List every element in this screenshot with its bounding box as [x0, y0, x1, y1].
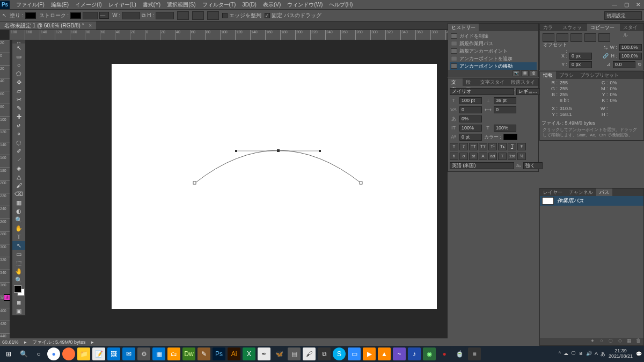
stroke-style-dropdown[interactable]: —	[99, 12, 109, 19]
height-input[interactable]	[156, 12, 174, 19]
width-input[interactable]	[122, 12, 140, 19]
menu-I[interactable]: イメージ(I)	[72, 2, 105, 8]
path-item[interactable]: 作業用パス	[540, 196, 643, 206]
flip-h-icon[interactable]: ⇋	[604, 45, 608, 50]
history-snapshot-icon[interactable]: 📷	[513, 70, 520, 76]
tool-7[interactable]: ✎	[12, 104, 25, 112]
taskbar-app-20[interactable]: 🖌	[303, 347, 316, 360]
taskbar-app-14[interactable]: Ps	[213, 347, 225, 360]
taskbar-app-4[interactable]	[62, 347, 75, 360]
history-item[interactable]: 新規アンカーポイント	[450, 47, 537, 55]
canvas[interactable]	[112, 64, 437, 309]
char-tab-3[interactable]: 段落スタイル	[508, 78, 538, 86]
menu-T[interactable]: フィルター(T)	[199, 2, 239, 8]
info-tab-2[interactable]: ブラシプリセット	[577, 71, 622, 79]
delete-path-icon[interactable]: 🗑	[634, 338, 642, 344]
superscript-button[interactable]: T¹	[488, 143, 497, 150]
vscale-input[interactable]	[459, 125, 482, 132]
tool-11[interactable]: ◌	[12, 138, 25, 147]
kerning-input[interactable]	[459, 106, 482, 113]
tool-13[interactable]: ⟋	[12, 155, 25, 164]
taskbar-app-7[interactable]: 🖼	[107, 347, 120, 360]
taskbar-app-10[interactable]: ▦	[152, 347, 165, 360]
fill-swatch[interactable]	[25, 12, 36, 19]
tool-25[interactable]: ⬚	[12, 258, 25, 267]
tool-23[interactable]: ↖	[12, 241, 25, 250]
foreground-color[interactable]	[14, 285, 21, 293]
tray-icon-5[interactable]: A	[595, 351, 598, 358]
tool-12[interactable]: ✐	[12, 147, 25, 155]
tray-icon-4[interactable]: 🔊	[586, 351, 592, 358]
strike-button[interactable]: Ŧ	[517, 143, 526, 150]
transform-h-input[interactable]	[619, 53, 642, 60]
menu-W[interactable]: ウィンドウ(W)	[284, 2, 326, 8]
right-tab-2[interactable]: コピーソース	[587, 24, 619, 31]
taskbar-app-2[interactable]: ○	[32, 347, 45, 360]
history-delete-icon[interactable]: 🗑	[530, 70, 537, 76]
menu-Y[interactable]: 書式(Y)	[140, 2, 164, 8]
stroke-path-icon[interactable]: ○	[598, 338, 605, 344]
clone-source-4[interactable]	[584, 33, 596, 42]
language-dropdown[interactable]	[450, 162, 514, 169]
close-button[interactable]: ✕	[632, 1, 644, 9]
taskbar-app-31[interactable]: ■	[468, 347, 481, 360]
taskbar-app-0[interactable]: ⊞	[2, 347, 15, 360]
taskbar-app-29[interactable]: ●	[438, 347, 451, 360]
right-tab-3[interactable]: スタイル	[620, 24, 643, 31]
path-align-button[interactable]	[192, 11, 204, 20]
paths-tab-2[interactable]: パス	[596, 189, 612, 196]
allcaps-button[interactable]: TT	[469, 143, 478, 150]
tool-0[interactable]: ↖	[12, 44, 25, 52]
tool-21[interactable]: ✋	[12, 224, 25, 233]
tool-6[interactable]: ✂	[12, 95, 25, 104]
transform-x-input[interactable]	[569, 53, 592, 60]
link-wh-icon[interactable]: ⧉	[142, 12, 145, 19]
text-color-swatch[interactable]	[503, 134, 517, 140]
taskbar-app-5[interactable]: 📁	[77, 347, 90, 360]
char-tab-2[interactable]: 文字スタイル	[477, 78, 508, 86]
menu-S[interactable]: 選択範囲(S)	[164, 2, 199, 8]
taskbar-app-6[interactable]: 📝	[92, 347, 105, 360]
paths-tab-0[interactable]: レイヤー	[540, 189, 566, 196]
tray-icon-0[interactable]: ^	[559, 351, 561, 358]
font-size-input[interactable]	[459, 97, 482, 104]
baseline-input[interactable]	[459, 134, 482, 141]
tsume-input[interactable]	[459, 115, 482, 122]
history-item[interactable]: アンカーポイントを追加	[450, 55, 537, 62]
tray-icon-2[interactable]: 🗨	[571, 351, 576, 358]
tool-20[interactable]: 🔍	[12, 215, 25, 224]
info-tab-0[interactable]: 情報	[540, 71, 556, 79]
tracking-input[interactable]	[494, 106, 516, 113]
quickmask-toggle[interactable]: ◙	[12, 298, 25, 307]
taskbar-app-13[interactable]: ✎	[197, 347, 210, 360]
history-item[interactable]: アンカーポイントの移動	[450, 62, 537, 70]
maximize-button[interactable]: ▢	[620, 1, 632, 9]
menu-V[interactable]: 表示(V)	[260, 2, 284, 8]
color-picker[interactable]	[12, 284, 25, 298]
right-tab-1[interactable]: スウォッチ	[559, 24, 587, 31]
taskbar-app-28[interactable]: ◉	[423, 347, 436, 360]
italic-button[interactable]: T	[459, 143, 468, 150]
stroke-width-input[interactable]	[83, 12, 98, 19]
subscript-button[interactable]: T₁	[498, 143, 507, 150]
make-selection-icon[interactable]: ◇	[616, 338, 624, 344]
taskbar-app-19[interactable]: ▤	[288, 347, 301, 360]
tool-19[interactable]: ◐	[12, 207, 25, 215]
menu-E[interactable]: 編集(E)	[48, 2, 72, 8]
history-tab[interactable]: ヒストリー	[448, 24, 479, 31]
path-curve[interactable]	[112, 64, 437, 309]
tool-2[interactable]: ○	[12, 61, 25, 69]
tool-24[interactable]: ▭	[12, 250, 25, 258]
taskbar-app-11[interactable]: 🗂	[167, 347, 180, 360]
taskbar-app-1[interactable]: 🔍	[17, 347, 30, 360]
taskbar-app-8[interactable]: ✉	[122, 347, 135, 360]
font-family-dropdown[interactable]	[450, 88, 514, 95]
taskbar-app-27[interactable]: ♪	[408, 347, 421, 360]
transform-angle-input[interactable]	[613, 61, 635, 68]
taskbar-app-21[interactable]: ⧉	[318, 347, 331, 360]
link-icon[interactable]: 🔗	[603, 53, 609, 59]
tool-1[interactable]: ▭	[12, 52, 25, 61]
taskbar-app-30[interactable]: 🍵	[453, 347, 466, 360]
tool-15[interactable]: △	[12, 172, 25, 181]
tool-26[interactable]: 🤚	[12, 267, 25, 276]
